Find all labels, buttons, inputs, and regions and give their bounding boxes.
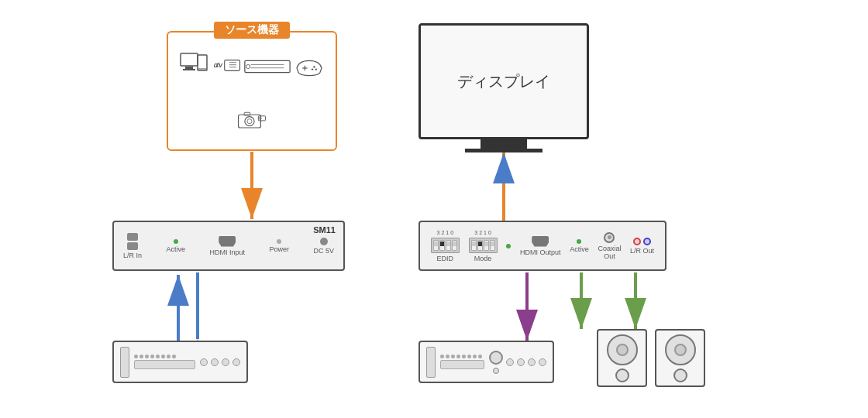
lr-out-connectors	[633, 238, 651, 245]
speakers-container	[597, 329, 721, 391]
dip-num-0: 0	[450, 230, 453, 235]
led3	[145, 355, 149, 358]
edid-label: EDID	[437, 255, 454, 262]
ctrl-btn3	[222, 358, 229, 366]
ctrl-btn1	[200, 358, 208, 366]
c-led1	[440, 355, 444, 358]
dip-num-1: 1	[446, 230, 449, 235]
hdmi-output-connector	[532, 236, 549, 247]
audio-left-buttons	[200, 358, 240, 366]
right-active-port	[506, 244, 511, 248]
camera-icon	[237, 108, 267, 130]
audio-receiver-center	[418, 341, 554, 383]
speaker-tweeter-left	[615, 368, 629, 382]
c-btn4	[539, 358, 546, 366]
mode-port: 3 2 1 0 Mode	[469, 230, 498, 262]
c-led6	[467, 355, 471, 358]
led6	[161, 355, 165, 358]
coaxial-label: CoaxialOut	[598, 245, 621, 260]
lr-in-connector	[127, 233, 138, 241]
active-port: Active	[166, 239, 185, 253]
hdmi-output-port: HDMI Output	[520, 236, 561, 256]
mode-dip-num-1: 1	[484, 230, 487, 235]
audio-center-knob	[489, 351, 503, 374]
lr-out-left	[633, 238, 641, 245]
svg-rect-14	[181, 53, 198, 66]
svg-rect-24	[245, 61, 290, 73]
coaxial-out-port: CoaxialOut	[598, 232, 621, 260]
svg-point-34	[245, 116, 254, 125]
hdmi-input-label: HDMI Input	[209, 248, 245, 256]
svg-rect-20	[225, 60, 240, 71]
mode-dip-num-0: 0	[488, 230, 491, 235]
power-label: Power	[269, 245, 289, 253]
speaker-tweeter-right	[673, 368, 687, 382]
led2	[140, 355, 143, 358]
diagram: ソース機器 ɑtv	[0, 0, 868, 418]
svg-rect-17	[198, 55, 207, 70]
svg-text:ɑtv: ɑtv	[213, 61, 224, 69]
power-led	[277, 239, 281, 244]
computer-icon	[179, 52, 208, 81]
dip-btn-2	[439, 240, 445, 251]
ctrl-btn2	[211, 358, 219, 366]
c-btn1	[506, 358, 514, 366]
right-active-label: Active	[570, 245, 589, 253]
lr-out-right	[643, 238, 651, 245]
led8	[172, 355, 176, 358]
speaker-left	[597, 329, 647, 387]
mode-dip-btn-1	[484, 240, 489, 251]
mode-dip-switch	[469, 238, 498, 253]
dip-num-2: 2	[441, 230, 444, 235]
c-led3	[451, 355, 455, 358]
mode-dip-btn-2	[477, 240, 483, 251]
lr-out-label: L/R Out	[630, 247, 654, 255]
c-led8	[478, 355, 482, 358]
source-label: ソース機器	[214, 22, 290, 39]
svg-rect-15	[185, 67, 193, 69]
knob	[489, 351, 503, 365]
display-strip	[134, 360, 195, 369]
mode-dip-num-2: 2	[479, 230, 482, 235]
right-active2-port: Active	[570, 239, 589, 253]
display-label: ディスプレイ	[457, 71, 550, 92]
svg-rect-37	[258, 116, 265, 121]
edid-port: 3 2 1 0 EDID	[431, 230, 460, 262]
tv-stand	[480, 139, 527, 149]
hdmi-input-port: HDMI Input	[209, 236, 245, 256]
active-led	[174, 239, 178, 244]
speaker-woofer-right	[665, 334, 696, 365]
dip-btn-0	[452, 240, 457, 251]
power-button-left	[120, 347, 129, 378]
svg-rect-16	[183, 69, 195, 70]
coaxial-connector	[604, 232, 615, 243]
audio-center-buttons	[506, 358, 546, 366]
mode-dip-btn-3	[471, 240, 477, 251]
audio-center-controls	[439, 353, 486, 371]
svg-point-32	[312, 69, 313, 70]
c-led7	[473, 355, 477, 358]
display-box: ディスプレイ	[418, 23, 589, 151]
speaker-woofer-left	[607, 334, 638, 365]
tv-stand-base	[465, 149, 542, 152]
audio-left-controls	[133, 353, 197, 371]
small-btn	[493, 368, 499, 374]
audio-receiver-left	[112, 341, 248, 383]
c-led2	[446, 355, 450, 358]
led1	[134, 355, 138, 358]
svg-point-31	[315, 69, 317, 70]
dc5v-connector	[320, 238, 328, 245]
power-port: Power	[269, 239, 289, 253]
sm11-device: SM11 L/R In Active HDMI Input Power DC 5…	[112, 221, 345, 271]
led5	[156, 355, 160, 358]
lr-in-label: L/R In	[123, 252, 142, 259]
lr-out-port: L/R Out	[630, 238, 654, 255]
led7	[167, 355, 170, 358]
coaxial-inner	[608, 235, 611, 239]
dc5v-label: DC 5V	[313, 247, 334, 255]
tv-frame: ディスプレイ	[418, 23, 589, 139]
right-active2-led	[577, 239, 581, 244]
c-btn3	[528, 358, 536, 366]
svg-point-35	[247, 118, 252, 123]
bluray-icon	[244, 59, 291, 74]
